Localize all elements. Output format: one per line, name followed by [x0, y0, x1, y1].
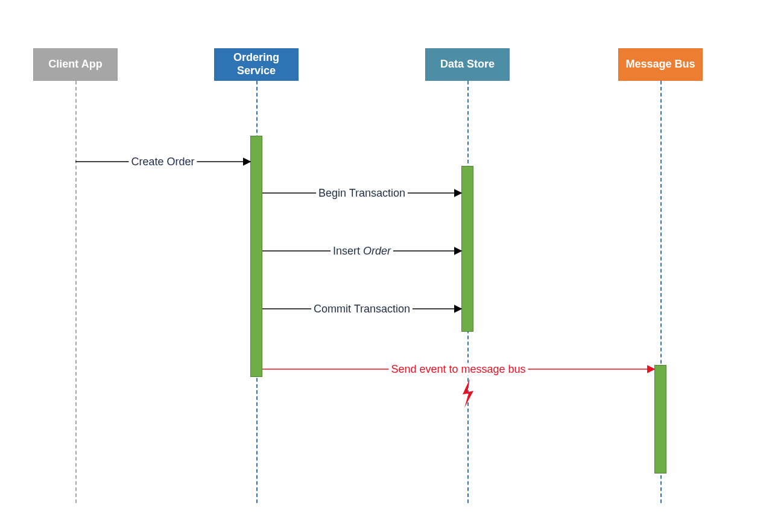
- participant-label: Client App: [48, 58, 102, 71]
- label-create-order: Create Order: [128, 156, 197, 168]
- label-send-event: Send event to message bus: [388, 363, 528, 376]
- message-text: Insert: [333, 245, 363, 257]
- participant-label: Ordering Service: [218, 51, 294, 77]
- participant-message-bus: Message Bus: [618, 48, 703, 81]
- participant-data-store: Data Store: [425, 48, 510, 81]
- label-commit-transaction: Commit Transaction: [311, 303, 413, 315]
- label-insert-order: Insert Order: [331, 245, 393, 258]
- participant-label: Message Bus: [625, 58, 695, 71]
- participant-client-app: Client App: [33, 48, 118, 81]
- participant-label: Data Store: [440, 58, 495, 71]
- participant-ordering-service: Ordering Service: [214, 48, 299, 81]
- label-begin-transaction: Begin Transaction: [316, 187, 408, 200]
- activation-store: [461, 166, 473, 332]
- message-text-italic: Order: [363, 245, 391, 257]
- message-text: Begin Transaction: [318, 187, 405, 199]
- activation-ordering: [250, 136, 262, 377]
- message-text: Create Order: [131, 156, 194, 168]
- lifeline-client: [75, 81, 77, 503]
- activation-bus: [654, 365, 666, 473]
- message-text: Commit Transaction: [314, 303, 410, 315]
- message-text: Send event to message bus: [391, 363, 525, 375]
